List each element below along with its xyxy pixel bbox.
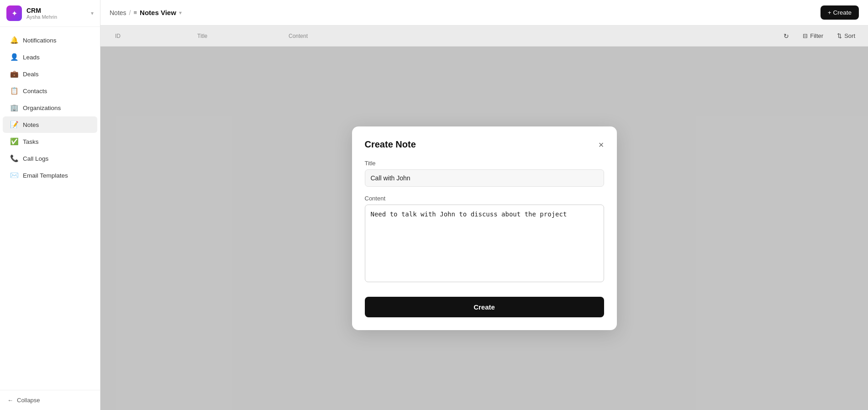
app-logo: ✦ [6, 5, 22, 21]
breadcrumb-separator: / [129, 9, 131, 16]
content-label: Content [365, 195, 604, 202]
sidebar-item-tasks[interactable]: ✅ Tasks [3, 133, 97, 150]
sort-label: Sort [844, 32, 855, 39]
sidebar-item-label: Organizations [23, 105, 61, 111]
sidebar-item-label: Notes [23, 121, 39, 128]
sidebar-item-call-logs[interactable]: 📞 Call Logs [3, 150, 97, 167]
create-note-modal: Create Note × Title Content Need to talk… [352, 126, 617, 330]
create-button[interactable]: + Create [821, 5, 859, 20]
sidebar-brand: CRM Aysha Mehrin [26, 7, 86, 20]
col-title: Title [192, 33, 283, 39]
sidebar-item-deals[interactable]: 💼 Deals [3, 66, 97, 82]
sidebar-item-label: Deals [23, 71, 39, 78]
sidebar-item-label: Contacts [23, 88, 47, 95]
sidebar-item-notes[interactable]: 📝 Notes [3, 116, 97, 133]
sidebar-item-notifications[interactable]: 🔔 Notifications [3, 32, 97, 48]
modal-submit-button[interactable]: Create [365, 297, 604, 317]
sidebar-item-label: Email Templates [23, 172, 68, 179]
sidebar-item-label: Tasks [23, 138, 39, 145]
table-header: ID Title Content ↻ ⊟ Filter ⇅ Sort [100, 26, 868, 47]
collapse-label: Collapse [17, 397, 40, 404]
brand-user: Aysha Mehrin [26, 14, 86, 20]
deals-icon: 💼 [10, 70, 18, 78]
col-id: ID [110, 33, 192, 39]
refresh-icon: ↻ [784, 32, 789, 40]
title-input[interactable] [365, 169, 604, 187]
content-area: Create Note × Title Content Need to talk… [100, 47, 868, 410]
contacts-icon: 📋 [10, 87, 18, 95]
sort-button[interactable]: ⇅ Sort [833, 30, 859, 42]
filter-icon: ⊟ [803, 32, 808, 39]
main-area: Notes / ≡ Notes View ▾ + Create ID Title… [100, 0, 868, 410]
sidebar-item-label: Leads [23, 54, 40, 61]
modal-header: Create Note × [365, 139, 604, 150]
email-templates-icon: ✉️ [10, 171, 18, 179]
modal-overlay: Create Note × Title Content Need to talk… [100, 47, 868, 410]
collapse-icon: ← [7, 397, 13, 404]
sidebar-footer: ← Collapse [0, 390, 100, 410]
filter-button[interactable]: ⊟ Filter [799, 30, 827, 42]
notifications-icon: 🔔 [10, 36, 18, 44]
sidebar-header: ✦ CRM Aysha Mehrin ▾ [0, 0, 100, 27]
sidebar-chevron-icon[interactable]: ▾ [91, 10, 94, 16]
sidebar-item-email-templates[interactable]: ✉️ Email Templates [3, 167, 97, 184]
leads-icon: 👤 [10, 53, 18, 61]
sort-icon: ⇅ [837, 32, 842, 39]
sidebar-nav: 🔔 Notifications 👤 Leads 💼 Deals 📋 Contac… [0, 27, 100, 390]
content-textarea[interactable]: Need to talk with John to discuss about … [365, 205, 604, 282]
modal-title: Create Note [365, 139, 416, 150]
tasks-icon: ✅ [10, 137, 18, 146]
brand-name: CRM [26, 7, 86, 14]
sidebar: ✦ CRM Aysha Mehrin ▾ 🔔 Notifications 👤 L… [0, 0, 100, 410]
breadcrumb-chevron-icon[interactable]: ▾ [179, 10, 182, 16]
sidebar-item-contacts[interactable]: 📋 Contacts [3, 83, 97, 99]
col-content: Content [283, 33, 393, 39]
sidebar-item-leads[interactable]: 👤 Leads [3, 49, 97, 65]
refresh-button[interactable]: ↻ [780, 30, 793, 42]
notes-icon: 📝 [10, 121, 18, 129]
title-label: Title [365, 160, 604, 167]
filter-label: Filter [810, 32, 823, 39]
content-form-group: Content Need to talk with John to discus… [365, 195, 604, 284]
title-form-group: Title [365, 160, 604, 187]
breadcrumb-menu-icon: ≡ [133, 9, 137, 16]
call-logs-icon: 📞 [10, 154, 18, 163]
organizations-icon: 🏢 [10, 104, 18, 112]
sidebar-item-organizations[interactable]: 🏢 Organizations [3, 100, 97, 116]
modal-close-button[interactable]: × [599, 140, 604, 149]
sidebar-item-label: Notifications [23, 37, 57, 44]
breadcrumb-current: Notes View [140, 9, 176, 16]
topbar: Notes / ≡ Notes View ▾ + Create [100, 0, 868, 26]
table-header-actions: ↻ ⊟ Filter ⇅ Sort [780, 30, 859, 42]
sidebar-item-label: Call Logs [23, 155, 48, 162]
breadcrumb-parent[interactable]: Notes [110, 9, 126, 16]
collapse-button[interactable]: ← Collapse [7, 397, 93, 404]
breadcrumb: Notes / ≡ Notes View ▾ [110, 9, 182, 16]
